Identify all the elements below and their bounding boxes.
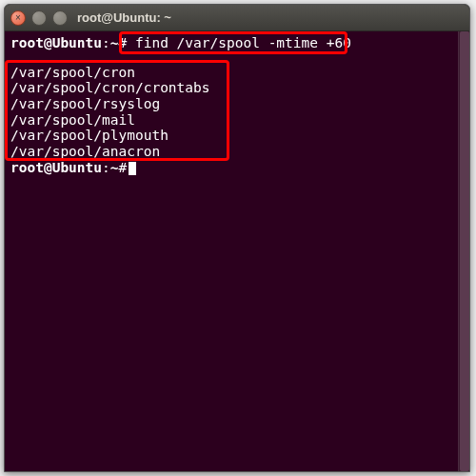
maximize-icon[interactable] <box>52 10 68 26</box>
output-line: /var/spool/cron/crontabs <box>10 80 464 96</box>
prompt-path: ~ <box>110 160 119 175</box>
prompt-line-command: root@Ubuntu:~# find /var/spool -mtime +6… <box>10 35 464 51</box>
output-line: /var/spool/mail <box>10 112 464 129</box>
output-line: /var/spool/rsyslog <box>10 96 464 112</box>
scroll-thumb[interactable] <box>460 31 469 471</box>
prompt-user-host: root@Ubuntu <box>10 35 102 50</box>
cursor-icon <box>129 162 136 175</box>
close-icon[interactable]: × <box>10 10 26 26</box>
output-line: /var/spool/plymouth <box>10 128 464 144</box>
output-line: /var/spool/anacron <box>10 144 464 160</box>
minimize-icon[interactable] <box>31 10 47 26</box>
terminal-window: × root@Ubuntu: ~ root@Ubuntu:~# find /va… <box>4 4 470 472</box>
output-line: /var/spool/cron <box>10 65 464 81</box>
prompt-path: ~ <box>110 35 119 50</box>
entered-command: find /var/spool -mtime +60 <box>135 35 351 50</box>
prompt-user-host: root@Ubuntu <box>10 160 102 175</box>
terminal-body[interactable]: root@Ubuntu:~# find /var/spool -mtime +6… <box>5 31 469 471</box>
prompt-line-idle: root@Ubuntu:~# <box>10 160 464 176</box>
titlebar[interactable]: × root@Ubuntu: ~ <box>5 5 469 31</box>
command-output: /var/spool/cron /var/spool/cron/crontabs… <box>10 65 464 160</box>
scrollbar[interactable] <box>458 31 469 471</box>
window-title: root@Ubuntu: ~ <box>77 10 171 25</box>
